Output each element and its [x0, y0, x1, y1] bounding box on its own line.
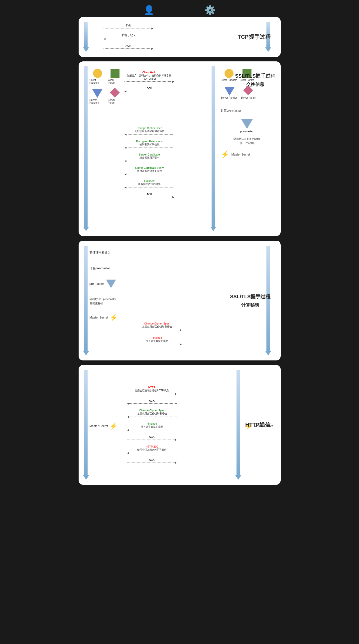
finished2-label: Finished — [132, 336, 182, 339]
ssl-exchange-section: Client Random Client Param Server Random… — [79, 62, 281, 236]
finished1-sub: 所有握手收据的摘要 — [124, 182, 174, 186]
http-sub: 使用会话秘钥加密的HTTP消息 — [127, 389, 177, 392]
master-key-calc-left: 随机数C/S pre-master算出主秘钥 — [90, 297, 127, 305]
ack-http1-label: ACK — [127, 399, 177, 402]
ack1-label: ACK — [124, 87, 174, 90]
finished-http-label: Finished — [127, 422, 177, 425]
http200-sub: 使用会话加密的HTTP消息 — [127, 448, 177, 452]
gear-icon: ⚙️ — [205, 5, 216, 16]
right-shapes-row2: Server Random Server Param — [221, 87, 273, 99]
change-cipher2-label: Change Cipher Spec — [132, 322, 182, 325]
premaster-shape-left: pre-master — [90, 280, 127, 288]
http-section: Master Secret ⚡ HTTP 使用会话秘钥加密的HTTP消息 ▶ A… — [79, 365, 281, 485]
server-param-shape-left: Server Param — [108, 89, 122, 104]
master-key-calc-right: 随机数C/S pre-master算出主秘钥 — [221, 137, 273, 145]
enc-ext-sub: 被加密的扩展信息 — [124, 143, 174, 146]
server-cert-label: Server Certificate — [124, 153, 174, 156]
client-hello-label: Client Hello — [124, 71, 174, 74]
change-cipher-http-sub: 之后改用会话秘钥加密通信 — [127, 412, 177, 415]
left-shapes-row2: Server Random Server Param — [90, 89, 122, 104]
ack-http2-label: ACK — [127, 435, 177, 438]
calc-premaster-right: 计算pre-master — [221, 108, 273, 113]
client-param-shape-left: Client Param — [108, 69, 122, 84]
change-cipher2-sub: 之后改用会话秘钥加密通信 — [132, 325, 182, 328]
ack-http3-label: ACK — [127, 458, 177, 461]
finished2-sub: 所有握手数据的摘要 — [132, 339, 182, 343]
master-secret-left-http: Master Secret ⚡ — [90, 423, 123, 429]
premaster-shape-right: pre-master — [221, 119, 273, 133]
finished-http-sub: 所有握手数据的摘要 — [127, 425, 177, 428]
master-secret-right: ⚡ Master Secret — [221, 151, 273, 158]
left-shapes-row1: Client Random Client Param — [90, 69, 122, 84]
tcp-syn-label: SYN — [103, 24, 153, 27]
finished1-label: Finished — [124, 180, 174, 182]
http-label: HTTP — [127, 386, 177, 389]
client-hello-sub: 随机数C、密码套件、秘钥交换算法参数(key_share) — [124, 74, 174, 80]
server-cert-verify-sub: 使用证书密钥做下签数 — [124, 169, 174, 173]
person-icon: 👤 — [143, 5, 155, 16]
client-random-shape-left: Client Random — [90, 69, 105, 84]
master-secret-left: Master Secret ⚡ — [90, 314, 127, 321]
change-cipher-sub: 之后改用会话秘钥加密通信 — [124, 130, 174, 133]
http200-label: HTTP 200 — [127, 445, 177, 448]
tcp-section: SYN ▶ SYN，ACK ◀ ACK ▶ TCP握手过程 — [79, 17, 281, 57]
enc-ext-label: Encrypted Extensions — [124, 140, 174, 143]
ack2-label: ACK — [124, 193, 174, 196]
tcp-title: TCP握手过程 — [238, 33, 271, 41]
tcp-ack-label: ACK — [103, 44, 153, 47]
change-cipher-http-label: Change Cipher Spec — [127, 409, 177, 412]
ssl-calc-section: 验证证书和签名 计算pre-master pre-master 随机数C/S p… — [79, 241, 281, 360]
tcp-synack-label: SYN，ACK — [103, 34, 153, 38]
http-title: HTTP通信 — [245, 421, 270, 428]
server-cert-verify-label: Server Certificate Verify — [124, 166, 174, 169]
server-random-shape-left: Server Random — [90, 89, 105, 104]
change-cipher-label: Change Cipher Spec — [124, 126, 174, 130]
ssl-calc-title: SSL/TLS握手过程 计算秘钥 — [230, 292, 270, 309]
verify-cert-left: 验证证书和签名 — [90, 250, 127, 255]
server-cert-sub: 服务器使用的证书 — [124, 156, 174, 160]
ssl-exchange-title: SSL/TLS握手过程 交换信息 — [235, 72, 275, 88]
calc-premaster-left: 计算pre-master — [90, 266, 127, 270]
